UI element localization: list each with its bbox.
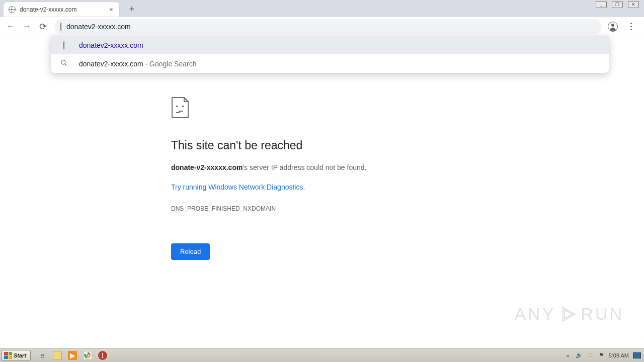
play-icon (559, 306, 577, 323)
address-bar-text: donatev2-xxxxx.com (66, 23, 131, 31)
tray-expand-icon[interactable]: « (565, 352, 572, 359)
tab-close-icon[interactable]: × (108, 6, 114, 13)
error-code: DNS_PROBE_FINISHED_NXDOMAIN (171, 205, 453, 212)
menu-button[interactable] (624, 20, 638, 34)
browser-tab[interactable]: donate-v2-xxxxx.com × (3, 2, 120, 17)
address-bar[interactable]: donatev2-xxxxx.com (54, 19, 602, 34)
suggestion-suffix: - Google Search (143, 60, 197, 68)
diagnostics-link[interactable]: Try running Windows Network Diagnostics. (171, 183, 305, 191)
omnibox-suggestions: donatev2-xxxxx.com donatev2-xxxxx.com - … (51, 36, 609, 73)
windows-logo-icon (4, 352, 12, 359)
profile-button[interactable] (606, 20, 620, 34)
suggestion-row[interactable]: donatev2-xxxxx.com - Google Search (51, 54, 609, 73)
tab-strip: donate-v2-xxxxx.com × + (0, 0, 644, 17)
tray-flag-icon[interactable]: ⚑ (598, 352, 605, 359)
forward-button[interactable]: → (19, 19, 34, 34)
svg-rect-3 (182, 106, 184, 107)
back-button[interactable]: ← (3, 19, 18, 34)
watermark: ANY RUN (514, 304, 624, 324)
taskbar-explorer-icon[interactable] (53, 351, 62, 360)
suggestion-text: donatev2-xxxxx.com (79, 60, 143, 68)
window-minimize-button[interactable]: _ (596, 1, 607, 8)
sad-page-icon (171, 97, 189, 119)
svg-line-1 (65, 64, 67, 66)
browser-toolbar: ← → ⟳ donatev2-xxxxx.com (0, 17, 644, 36)
tray-shield-icon[interactable]: 🛡 (587, 352, 594, 359)
taskbar: Start e ▶ ! « 🔊 🛡 ⚑ 5:09 AM (0, 348, 644, 362)
globe-icon (9, 6, 16, 13)
site-info-icon[interactable] (60, 23, 61, 31)
tray-clock[interactable]: 5:09 AM (609, 352, 629, 358)
search-icon (60, 59, 68, 68)
svg-rect-2 (176, 106, 178, 107)
svg-point-8 (87, 354, 89, 356)
taskbar-app-icon[interactable]: ! (98, 351, 107, 360)
suggestion-text: donatev2-xxxxx.com (79, 41, 143, 49)
svg-marker-5 (565, 310, 573, 318)
start-label: Start (14, 352, 26, 358)
taskbar-chrome-icon[interactable] (83, 351, 92, 360)
start-button[interactable]: Start (2, 350, 31, 361)
page-content: This site can't be reached donate-v2-xxx… (0, 36, 644, 348)
svg-point-0 (61, 60, 65, 64)
taskbar-ie-icon[interactable]: e (38, 351, 47, 360)
system-tray: « 🔊 🛡 ⚑ 5:09 AM (565, 352, 644, 359)
tray-volume-icon[interactable]: 🔊 (576, 352, 583, 359)
new-tab-button[interactable]: + (125, 4, 139, 15)
tray-monitor-icon[interactable] (633, 352, 641, 358)
taskbar-media-icon[interactable]: ▶ (68, 351, 77, 360)
globe-icon (60, 41, 68, 49)
tab-title: donate-v2-xxxxx.com (20, 6, 76, 13)
reload-button[interactable]: ⟳ (35, 19, 50, 34)
reload-page-button[interactable]: Reload (171, 243, 210, 260)
window-close-button[interactable]: ✕ (628, 1, 639, 8)
window-maximize-button[interactable]: ❐ (612, 1, 623, 8)
error-message: donate-v2-xxxxx.com's server IP address … (171, 163, 453, 171)
error-title: This site can't be reached (171, 139, 453, 152)
suggestion-row[interactable]: donatev2-xxxxx.com (51, 36, 609, 54)
